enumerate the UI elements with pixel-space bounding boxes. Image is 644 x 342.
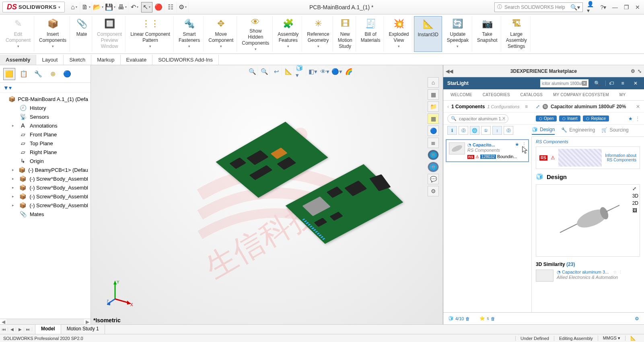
close-panel-icon[interactable]: ✕ [631,80,640,86]
footer-gear-icon[interactable]: ⚙ [635,316,639,321]
tree-origin[interactable]: ↳ Origin [0,157,91,165]
mnav-categories[interactable]: CATEGORIES [483,93,510,97]
smart-fasteners[interactable]: 🔩 SmartFasteners▾ [175,16,204,52]
print-icon[interactable]: 🖶 [117,2,128,12]
clear-inlist-icon[interactable]: ✕ [502,116,506,121]
update-speedpak[interactable]: 🔄 UpdateSpeedpak▾ [444,16,472,52]
scroll-right-icon[interactable]: ▶ [84,319,91,324]
select-icon[interactable]: ↖ [141,2,152,12]
panel-expand-icon[interactable]: ⤡ [638,68,642,74]
tree-front-plane[interactable]: ▱ Front Plane [0,130,91,139]
similar-item[interactable]: ◔ Capacitor aluminum 3... ☆ ⋮ Allied Ele… [536,267,640,284]
new-icon[interactable]: 🗎 [81,2,92,12]
app-menu[interactable]: DS SOLIDWORKS ▾ [2,2,65,12]
collapse-panel-icon[interactable]: ◀◀ [446,68,453,74]
preview-mode-3[interactable]: 🖼 [632,208,638,213]
graphics-viewport[interactable]: 🔍 🔍 ↩ 📐 🧊▾ ◧▾ 👁▾ 🔵▾ 🌈 ⌂ ▦ 📁 ▦ 🔵 ≣ 🌐 🌐 💬 … [91,65,443,324]
reference-geometry[interactable]: ✳ ReferenceGeometry▾ [304,16,333,52]
tree-sensors[interactable]: 📡 Sensors [0,112,91,121]
tree-history[interactable]: 🕘 History [0,103,91,112]
tree-mates[interactable]: 📎 Mates [0,210,91,218]
linear-pattern[interactable]: ⋮⋮ Linear ComponentPattern▾ [127,16,174,52]
insert-components[interactable]: 📦 InsertComponents▾ [36,16,70,52]
replace-button[interactable]: Replace [583,115,609,122]
open-icon[interactable]: 📂 [93,2,104,12]
dtab-engineering[interactable]: 🔧Engineering [561,127,595,134]
mnav-welcome[interactable]: WELCOME [451,93,472,97]
dimxpert-tab-icon[interactable]: ⊕ [47,68,59,80]
tab-prev-icon[interactable]: ◀ [8,327,16,332]
scene-icon[interactable]: 🌈 [344,67,354,76]
tree-root[interactable]: 📦 PCB-MainBoard A.1_(1) (Defa [0,95,91,103]
insert-button[interactable]: Insert [559,115,580,122]
cmdtab-sketch[interactable]: Sketch [64,55,91,65]
panel-settings-icon[interactable]: ⚙ [631,68,635,74]
views-icon[interactable]: ▦ [428,89,439,100]
close-button[interactable]: ✕ [634,4,642,10]
tree-annotations[interactable]: ▸ A Annotations [0,121,91,130]
clear-search-icon[interactable]: ✕ [582,81,587,86]
score-badge[interactable]: 🧊 4/10 🗑 [448,316,470,321]
tree-screw3[interactable]: ▸ 📦 (-) Screw^Body_Assembl [0,192,91,201]
preview-mode-1[interactable]: 3D [632,193,638,199]
menu-icon[interactable]: ≡ [618,80,627,86]
take-snapshot[interactable]: 📷 TakeSnapshot [474,16,501,52]
cmdtab-evaluate[interactable]: Evaluate [121,55,153,65]
show-hidden[interactable]: 👁 ShowHiddenComponents▾ [239,16,273,52]
filter-sort-icon[interactable]: ↕ [492,126,502,135]
options-list-icon[interactable]: ☷ [165,2,177,12]
rebuild-icon[interactable]: 🔴 [153,2,165,12]
globe2-icon[interactable]: 🌐 [428,162,439,172]
cmdtab-layout[interactable]: Layout [36,55,64,65]
instant3d[interactable]: 📐 Instant3D [414,16,442,52]
open-button[interactable]: Open [536,115,557,122]
section-view-icon[interactable]: 📐 [284,67,294,76]
featuretree-tab-icon[interactable]: 🟨 [3,68,15,80]
new-motion-study[interactable]: 🎞 NewMotionStudy [335,16,356,52]
list-icon[interactable]: ≣ [428,138,439,148]
bill-of-materials[interactable]: 🧾 Bill ofMaterials [358,16,384,52]
cmdtab-markup[interactable]: Markup [91,55,120,65]
move-component[interactable]: ✥ MoveComponent▾ [205,16,237,52]
prev-view-icon[interactable]: ↩ [272,67,282,76]
back-icon[interactable]: ‹ [447,104,449,109]
color-icon[interactable]: 🔵 [428,126,439,136]
cmdtab-assembly[interactable]: Assembly [0,55,36,65]
favorite-icon[interactable]: ★ [628,116,633,122]
inlist-search-input[interactable]: 🔍 capacitor aluminum 1... ✕ [447,114,508,123]
hide-show-icon[interactable]: 👁▾ [320,67,330,76]
preview-3d[interactable] [536,184,640,257]
mnav-my[interactable]: MY [619,93,626,97]
card-more-icon[interactable]: ⋮ [522,142,527,147]
pull-icon[interactable]: ⤢ [536,104,540,109]
filter-o2-icon[interactable]: ① [481,126,491,135]
help-icon[interactable]: ?▾ [599,3,608,12]
gear-icon[interactable]: ⚙ [428,186,439,196]
scroll-left-icon[interactable]: ◀ [0,319,6,324]
large-assembly[interactable]: 🏗 LargeAssemblySettings [503,16,531,52]
tree-screw4[interactable]: ▸ 📦 (-) Screw^Body_Assembl [0,201,91,210]
filter-info-icon[interactable]: ℹ [447,126,457,135]
save-icon[interactable]: 💾 [105,2,116,12]
home-icon[interactable]: ⌂ [69,2,80,12]
maximize-button[interactable]: ❐ [622,4,630,10]
settings-icon[interactable]: ⚙ [177,2,189,12]
property-tab-icon[interactable]: 📋 [18,68,30,80]
close-detail-icon[interactable]: ✕ [636,104,640,109]
cmdtab-solidworks-add-ins[interactable]: SOLIDWORKS Add-Ins [152,55,219,65]
tree-beamy-pcb[interactable]: ▸ 📦 (-) BeamyPCB<1> (Defau [0,165,91,174]
search-go-icon[interactable]: 🔍 [593,80,601,86]
filter-globe-icon[interactable]: 🌐 [470,126,479,135]
exploded-view[interactable]: 💥 ExplodedView▾ [385,16,412,52]
zoom-area-icon[interactable]: 🔍 [259,67,270,76]
filter-icon[interactable]: ▼▾ [3,84,12,91]
folder-icon[interactable]: 📁 [428,101,439,112]
bottomtab-motion-study-1[interactable]: Motion Study 1 [61,325,105,334]
bottomtab-model[interactable]: Model [35,325,61,334]
zoom-fit-icon[interactable]: 🔍 [247,67,258,76]
mnav-my-company-ecosystem[interactable]: MY COMPANY ECOSYSTEM [553,93,609,97]
appearances-tab-icon[interactable]: 🔵 [61,68,73,80]
tab-last-icon[interactable]: ⏭ [24,327,32,332]
filter-o3-icon[interactable]: ⓪ [504,126,513,135]
tab-next-icon[interactable]: ▶ [16,327,24,332]
